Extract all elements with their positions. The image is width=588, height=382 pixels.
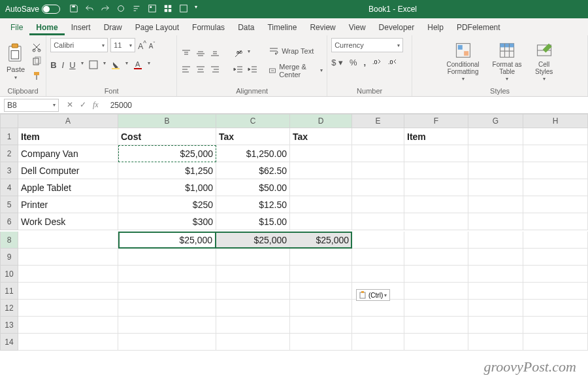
cell-C5[interactable]: $12.50 (216, 196, 290, 213)
wrap-text-button[interactable]: Wrap Text (269, 46, 323, 56)
cell-G13[interactable] (468, 317, 523, 334)
cell-D10[interactable] (290, 266, 352, 283)
cell-A14[interactable] (18, 334, 118, 351)
cell-F1[interactable]: Item (404, 128, 468, 145)
tab-developer[interactable]: Developer (372, 20, 421, 35)
cell-A11[interactable] (18, 283, 118, 300)
font-size-select[interactable]: 11▾ (110, 38, 135, 52)
fill-color-icon[interactable] (111, 60, 120, 71)
fx-icon[interactable]: fx (93, 100, 99, 110)
cell-A3[interactable]: Dell Computer (18, 162, 118, 179)
cell-D1[interactable]: Tax (290, 128, 352, 145)
tab-formulas[interactable]: Formulas (186, 20, 231, 35)
cell-C4[interactable]: $50.00 (216, 179, 290, 196)
row-header-6[interactable]: 6 (0, 213, 18, 230)
cancel-icon[interactable]: ✕ (67, 100, 73, 110)
cell-H5[interactable] (523, 196, 588, 213)
tab-review[interactable]: Review (303, 20, 342, 35)
cell-B9[interactable] (118, 249, 216, 266)
pivot-icon[interactable] (179, 4, 188, 15)
row-header-1[interactable]: 1 (0, 128, 18, 145)
cell-B8[interactable]: $25,000 (118, 232, 216, 249)
cell-C6[interactable]: $15.00 (216, 213, 290, 230)
align-center-icon[interactable] (195, 64, 206, 76)
cell-F3[interactable] (404, 162, 468, 179)
cell-styles-button[interactable]: Cell Styles▾ (532, 41, 556, 82)
paste-button[interactable]: Paste ▾ (4, 42, 27, 82)
font-color-icon[interactable]: A (133, 60, 142, 71)
cell-G11[interactable] (468, 283, 523, 300)
cell-G6[interactable] (468, 213, 523, 230)
tab-help[interactable]: Help (421, 20, 450, 35)
autosave-toggle[interactable]: AutoSave (0, 5, 65, 14)
cell-F10[interactable] (404, 266, 468, 283)
cell-H9[interactable] (523, 249, 588, 266)
number-format-select[interactable]: Currency▾ (331, 38, 403, 52)
cell-F9[interactable] (404, 249, 468, 266)
column-header-G[interactable]: G (468, 114, 523, 128)
column-header-C[interactable]: C (216, 114, 290, 128)
cell-E2[interactable] (352, 145, 404, 162)
format-as-table-button[interactable]: Format as Table▾ (490, 41, 525, 82)
cell-A5[interactable]: Printer (18, 196, 118, 213)
increase-font-icon[interactable]: A^ (138, 40, 146, 51)
percent-icon[interactable]: % (350, 58, 357, 69)
cell-E14[interactable] (352, 334, 404, 351)
cell-C1[interactable]: Tax (216, 128, 290, 145)
cell-E12[interactable] (352, 300, 404, 317)
increase-indent-icon[interactable] (248, 64, 258, 76)
tab-draw[interactable]: Draw (97, 20, 129, 35)
paste-options-button[interactable]: (Ctrl) ▾ (356, 289, 390, 301)
cell-H6[interactable] (523, 213, 588, 230)
tab-view[interactable]: View (342, 20, 372, 35)
cell-D14[interactable] (290, 334, 352, 351)
cell-A1[interactable]: Item (18, 128, 118, 145)
cell-G5[interactable] (468, 196, 523, 213)
cell-C9[interactable] (216, 249, 290, 266)
cell-B2[interactable]: $25,000 (118, 145, 216, 162)
comma-icon[interactable]: , (364, 58, 367, 69)
touch-icon[interactable] (116, 4, 125, 15)
form-icon[interactable] (148, 4, 157, 15)
tab-data[interactable]: Data (231, 20, 261, 35)
cell-D4[interactable] (290, 179, 352, 196)
decrease-decimal-icon[interactable]: .0 (388, 58, 397, 69)
align-top-icon[interactable] (181, 48, 191, 60)
cell-A12[interactable] (18, 300, 118, 317)
cell-G4[interactable] (468, 179, 523, 196)
column-header-H[interactable]: H (523, 114, 588, 128)
cell-A8[interactable] (18, 232, 118, 249)
cell-E3[interactable] (352, 162, 404, 179)
merge-center-button[interactable]: Merge & Center▾ (269, 63, 323, 78)
align-right-icon[interactable] (210, 64, 220, 76)
cell-E1[interactable] (352, 128, 404, 145)
cell-E10[interactable] (352, 266, 404, 283)
column-header-D[interactable]: D (290, 114, 352, 128)
cell-D8[interactable]: $25,000 (290, 232, 352, 249)
cell-F14[interactable] (404, 334, 468, 351)
tab-timeline[interactable]: Timeline (261, 20, 303, 35)
cell-D5[interactable] (290, 196, 352, 213)
cell-A9[interactable] (18, 249, 118, 266)
column-header-B[interactable]: B (118, 114, 216, 128)
cell-F6[interactable] (404, 213, 468, 230)
tab-file[interactable]: File (4, 20, 29, 35)
grid-icon[interactable] (163, 4, 172, 15)
column-header-F[interactable]: F (404, 114, 468, 128)
cell-F2[interactable] (404, 145, 468, 162)
cell-D11[interactable] (290, 283, 352, 300)
redo-icon[interactable] (101, 4, 110, 15)
row-header-5[interactable]: 5 (0, 196, 18, 213)
cell-H4[interactable] (523, 179, 588, 196)
cell-A10[interactable] (18, 266, 118, 283)
cell-A13[interactable] (18, 317, 118, 334)
row-header-12[interactable]: 12 (0, 300, 18, 317)
cell-C2[interactable]: $1,250.00 (216, 145, 290, 162)
row-header-10[interactable]: 10 (0, 266, 18, 283)
cell-H8[interactable] (523, 232, 588, 249)
cell-H1[interactable] (523, 128, 588, 145)
cell-C8[interactable]: $25,000 (216, 232, 290, 249)
cell-B3[interactable]: $1,250 (118, 162, 216, 179)
copy-icon[interactable] (31, 56, 42, 68)
decrease-font-icon[interactable]: Aˇ (149, 41, 155, 50)
